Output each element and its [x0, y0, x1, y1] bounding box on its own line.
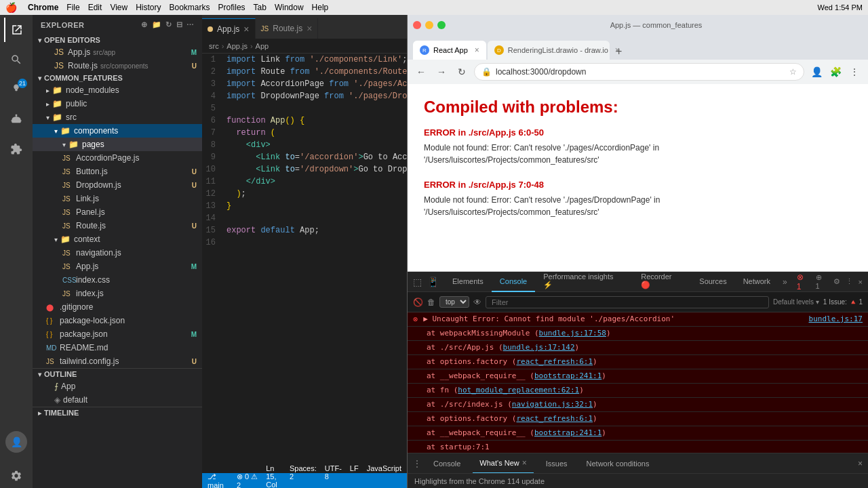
ln-col[interactable]: Ln 15, Col 25 [266, 464, 281, 488]
lang-mode[interactable]: JavaScript [367, 464, 401, 488]
traffic-light-red[interactable] [413, 21, 421, 29]
encoding[interactable]: UTF-8 [325, 464, 342, 488]
bottom-tab-issues[interactable]: Issues [539, 453, 574, 474]
bc-src[interactable]: src [209, 42, 219, 50]
devtools-tab-sources[interactable]: Sources [691, 272, 734, 292]
button-file[interactable]: JS Button.js U [33, 165, 202, 178]
src-folder[interactable]: ▾ 📁 src [33, 110, 202, 124]
chrome-tab-react[interactable]: R React App × [413, 41, 486, 60]
outline-header[interactable]: ▾ OUTLINE [33, 369, 202, 380]
new-tab-button[interactable]: + [611, 43, 627, 60]
devtools-device-icon[interactable]: 📱 [427, 277, 439, 287]
bottom-tab-whatsnew[interactable]: What's New × [473, 453, 533, 474]
react-refresh-link-2[interactable]: react_refresh:6:1 [516, 414, 593, 423]
bc-appjs[interactable]: App.js [226, 42, 248, 50]
chrome-more[interactable]: ⋮ [846, 64, 863, 80]
activity-search[interactable] [4, 47, 28, 72]
whatsnew-close[interactable]: × [522, 458, 527, 468]
devtools-tab-recorder[interactable]: Recorder 🔴 [633, 272, 691, 292]
menu-edit[interactable]: Edit [88, 3, 102, 12]
devtools-vert-dots[interactable]: ⋮ [846, 277, 853, 286]
collapse-icon[interactable]: ⊟ [176, 20, 183, 29]
app-ctx-file[interactable]: JS App.js M [33, 260, 202, 273]
devtools-tab-network[interactable]: Network [735, 272, 778, 292]
context-folder[interactable]: ▾ 📁 context [33, 232, 202, 246]
activity-debug[interactable] [4, 107, 28, 131]
apple-menu[interactable]: 🍎 [5, 2, 17, 13]
console-context-select[interactable]: top [439, 296, 469, 308]
menu-chrome[interactable]: Chrome [28, 3, 58, 12]
spaces[interactable]: Spaces: 2 [290, 464, 317, 488]
menu-profiles[interactable]: Profiles [218, 3, 245, 12]
navigation-file[interactable]: JS navigation.js [33, 246, 202, 260]
console-filter-input[interactable] [486, 296, 769, 308]
eol[interactable]: LF [350, 464, 359, 488]
open-editors-section[interactable]: ▾ OPEN EDITORS [33, 35, 202, 45]
readme-file[interactable]: MD README.md [33, 341, 202, 354]
bootstrap-link-2[interactable]: bootstrap:241:1 [534, 428, 601, 437]
git-branch[interactable]: ⎇ main [208, 472, 229, 489]
open-file-routejs[interactable]: JS Route.js src/components U [33, 59, 202, 73]
tab-appjs[interactable]: App.js × [202, 18, 256, 39]
dropdown-file[interactable]: JS Dropdown.js U [33, 178, 202, 192]
menu-view[interactable]: View [110, 3, 127, 12]
tab-routejs[interactable]: JS Route.js × [256, 18, 319, 39]
project-section[interactable]: ▾ COMMON_FEATURES [33, 73, 202, 83]
devtools-close[interactable]: × [859, 278, 863, 286]
panel-file[interactable]: JS Panel.js [33, 205, 202, 219]
devtools-bottom-close[interactable]: × [858, 459, 863, 468]
error-count[interactable]: ⊗ 0 ⚠ 2 [237, 472, 258, 489]
devtools-inspect-icon[interactable]: ⬚ [413, 277, 422, 287]
link-file[interactable]: JS Link.js [33, 192, 202, 205]
hot-link[interactable]: hot_module_replacement:62:1 [458, 386, 579, 394]
bundle-link[interactable]: bundle.js:17 [809, 314, 863, 325]
bottom-tab-network[interactable]: Network conditions [580, 453, 656, 474]
timeline-header[interactable]: ▸ TIMELINE [33, 407, 202, 418]
pkglock-file[interactable]: { } package-lock.json [33, 314, 202, 327]
refresh-icon[interactable]: ↻ [165, 20, 172, 29]
menu-history[interactable]: History [136, 3, 161, 12]
react-refresh-link-1[interactable]: react_refresh:6:1 [516, 357, 593, 366]
tab-routejs-close[interactable]: × [307, 23, 312, 34]
pages-folder[interactable]: ▾ 📁 pages [33, 138, 202, 151]
new-folder-icon[interactable]: 📁 [152, 20, 162, 29]
console-default-levels[interactable]: Default levels ▾ [773, 298, 819, 306]
menu-tab[interactable]: Tab [254, 3, 267, 12]
menu-window[interactable]: Window [275, 3, 304, 12]
activity-git[interactable]: 21 [4, 77, 28, 102]
chrome-tab-drawio[interactable]: D RenderingList.drawio - draw.io × [488, 41, 610, 60]
indexcss-file[interactable]: CSS index.css [33, 273, 202, 287]
react-tab-close[interactable]: × [475, 45, 479, 55]
traffic-light-yellow[interactable] [425, 21, 433, 29]
activity-settings[interactable] [4, 464, 28, 488]
activity-extensions[interactable] [4, 137, 28, 161]
more-icon[interactable]: ··· [186, 20, 194, 29]
activity-account[interactable]: 👤 [5, 431, 27, 458]
devtools-tab-performance[interactable]: Performance insights ⚡ [535, 272, 633, 292]
code-editor[interactable]: 1 import Link from './components/Link'; … [202, 54, 407, 473]
nav-link[interactable]: navigation.js:32:1 [512, 400, 593, 409]
menu-bookmarks[interactable]: Bookmarks [170, 3, 210, 12]
route-file[interactable]: JS Route.js U [33, 219, 202, 232]
chrome-account[interactable]: 👤 [808, 64, 825, 80]
accordionpage-file[interactable]: JS AccordionPage.js [33, 151, 202, 165]
outline-default[interactable]: ◈ default [33, 393, 202, 407]
devtools-tab-console[interactable]: Console [492, 272, 535, 292]
outline-app[interactable]: ⨍ App [33, 380, 202, 393]
menu-help[interactable]: Help [312, 3, 329, 12]
traffic-light-green[interactable] [437, 21, 446, 29]
bc-app[interactable]: App [256, 42, 269, 50]
new-file-icon[interactable]: ⊕ [141, 20, 148, 29]
components-folder[interactable]: ▾ 📁 components [33, 124, 202, 138]
devtools-more-tabs[interactable]: » [778, 277, 791, 287]
public-folder[interactable]: ▸ 📁 public [33, 97, 202, 110]
activity-explorer[interactable] [4, 18, 28, 42]
devtools-eye-icon[interactable]: 👁 [473, 298, 481, 307]
bottom-tab-console[interactable]: Console [427, 453, 467, 474]
star-icon[interactable]: ☆ [789, 67, 797, 77]
menu-file[interactable]: File [66, 3, 79, 12]
chrome-extensions[interactable]: 🧩 [827, 64, 844, 80]
devtools-tab-elements[interactable]: Elements [444, 272, 492, 292]
bundle-link-2[interactable]: bundle.js:17:142 [503, 343, 575, 352]
node-modules-folder[interactable]: ▸ 📁 node_modules [33, 83, 202, 97]
